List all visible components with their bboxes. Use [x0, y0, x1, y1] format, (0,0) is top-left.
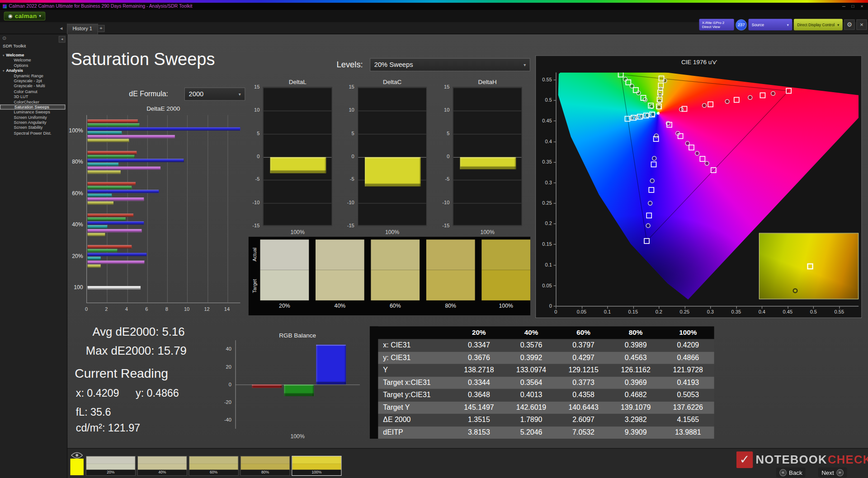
window-title: Calman 2022 Calman Ultimate for Business…: [9, 3, 193, 9]
measured-point-cyan: [635, 115, 639, 119]
minimize-icon[interactable]: ─: [840, 3, 848, 10]
source-dropdown[interactable]: Source ▾: [749, 19, 793, 31]
measured-point-blue: [654, 134, 658, 138]
x-tick-label: 10: [181, 306, 192, 312]
cell: 0.4297: [557, 351, 610, 364]
sidebar-item-saturation-sweeps[interactable]: Saturation Sweeps: [0, 104, 65, 109]
sidebar-item-color-gamut[interactable]: Color Gamut: [0, 89, 67, 94]
tree-group-welcome[interactable]: ▾Welcome: [0, 52, 67, 57]
x-tick-label: 4: [121, 306, 132, 312]
close-icon[interactable]: ×: [858, 3, 866, 10]
deltae-bar-blue: [87, 127, 240, 130]
deltae-bar-blue: [87, 253, 146, 256]
chevron-down-icon: ▾: [524, 62, 526, 67]
workflow-tree: ▾WelcomeWelcomeOptions▾AnalysisDynamic R…: [0, 52, 67, 136]
target-point-red: [760, 93, 765, 98]
sidebar-item-dynamic-range[interactable]: Dynamic Range: [0, 73, 67, 78]
deltae-bar-yellow: [87, 170, 120, 173]
chevron-down-icon: ▾: [39, 14, 41, 19]
sidebar-item-screen-uniformity[interactable]: Screen Uniformity: [0, 115, 67, 120]
bottom-strip: 20%40%60%80%100% ✓ NOTEBOOK CHECK « Back…: [67, 448, 868, 478]
direct-display-control-dropdown[interactable]: Direct Display Control ▾: [794, 19, 843, 31]
chart-title: RGB Balance: [235, 332, 360, 339]
current-reading-y: y: 0.4866: [136, 387, 179, 399]
x-tick-label: 0.2: [651, 309, 667, 314]
rgb-plot-area: [235, 340, 360, 429]
levels-dropdown[interactable]: 20% Sweeps ▾: [370, 58, 530, 71]
x-tick-label: 2: [101, 306, 112, 312]
thumbnail-20[interactable]: 20%: [86, 456, 136, 476]
y-tick-label: 0.4: [536, 139, 552, 144]
source-label: Source: [752, 23, 764, 27]
x-tick-mark: [556, 306, 556, 309]
x-category-label: 100%: [263, 229, 332, 235]
x-tick-label: 0.45: [779, 309, 796, 314]
meter-button[interactable]: X-Rite i1Pro 2 Direct View: [699, 19, 734, 31]
maximize-icon[interactable]: □: [849, 3, 857, 10]
sidebar-item-spectral-power-dist[interactable]: Spectral Power Dist.: [0, 131, 67, 136]
rgb-bar-red: [252, 384, 282, 388]
sidebar-item-3d-lut[interactable]: 3D LUT: [0, 94, 67, 99]
settings-gear-icon[interactable]: ⚙: [844, 19, 854, 30]
thumbnail-80[interactable]: 80%: [240, 456, 290, 476]
deltae-bar-yellow: [87, 202, 113, 205]
add-tab-button[interactable]: +: [98, 25, 105, 32]
x-tick-label: 0.1: [599, 309, 616, 314]
sidebar-item-screen-stability[interactable]: Screen Stability: [0, 125, 67, 130]
eye-icon[interactable]: [71, 451, 83, 458]
tab-scroll-left-icon[interactable]: ◄: [57, 25, 65, 32]
inset-target-square: [807, 263, 813, 269]
cell: 138.2718: [453, 364, 505, 377]
cell: 4.1565: [662, 414, 714, 426]
sidebar-item-screen-angularity[interactable]: Screen Angularity: [0, 120, 67, 125]
cell: 0.5053: [662, 389, 714, 402]
delta-bar: [270, 157, 326, 173]
group-label: 60%: [67, 190, 83, 196]
swatch-row-label: Target: [252, 271, 259, 302]
deltae-plot-area: [86, 115, 240, 303]
row-label: Y: [370, 364, 453, 377]
zoom-inset: [759, 233, 859, 300]
window-controls: ─ □ ×: [840, 3, 866, 10]
sidebar-item-grayscale-multi[interactable]: Grayscale - Multi: [0, 84, 67, 89]
y-tick-label: 0: [437, 154, 449, 159]
sidebar-item-colorchecker[interactable]: ColorChecker: [0, 99, 67, 104]
measured-point-magenta: [695, 151, 699, 155]
gridline: [453, 203, 522, 203]
thumbnail-60[interactable]: 60%: [189, 456, 239, 476]
y-tick-label: 5: [437, 131, 449, 136]
gridline: [358, 134, 426, 134]
cell: 129.1215: [557, 364, 610, 377]
workflow-close-icon[interactable]: ×: [856, 19, 867, 30]
y-axis-line: [235, 340, 236, 429]
patch-thumbnails: 20%40%60%80%100%: [86, 456, 342, 476]
cie-title: CIE 1976 u'v': [536, 59, 862, 66]
toolbar-right-cluster: X-Rite i1Pro 2 Direct View 237 Source ▾ …: [699, 19, 867, 31]
column-header: 80%: [609, 326, 662, 339]
delta-plot-area: [453, 87, 522, 225]
de-formula-dropdown[interactable]: 2000 ▾: [184, 87, 245, 100]
sidebar-item-options[interactable]: Options: [0, 63, 67, 68]
y-tick-label: 40: [220, 347, 231, 352]
table-row-deitp: dEITP3.81535.20467.05329.390913.9881: [370, 426, 714, 439]
meter-name: X-Rite i1Pro 2: [702, 20, 732, 25]
sidebar-item-luminance-sweeps[interactable]: Luminance Sweeps: [0, 110, 67, 115]
cell: 0.3676: [453, 351, 505, 364]
thumbnail-100[interactable]: 100%: [292, 456, 341, 476]
back-button[interactable]: « Back: [776, 468, 806, 478]
tab-history-1[interactable]: History 1: [67, 24, 98, 34]
page-title: Saturation Sweeps: [71, 50, 215, 70]
x-tick-label: 0.55: [831, 309, 848, 314]
cell: 0.4866: [662, 351, 714, 364]
sidebar-item-grayscale-2pt[interactable]: Grayscale - 2pt: [0, 79, 67, 84]
y-tick-label: 5: [247, 131, 259, 136]
tree-group-analysis[interactable]: ▾Analysis: [0, 68, 67, 73]
sidebar-item-welcome[interactable]: Welcome: [0, 58, 67, 63]
calman-menu-button[interactable]: ◉ calman ▾: [4, 12, 46, 21]
next-button[interactable]: Next »: [818, 468, 847, 478]
measured-point-blue: [652, 156, 656, 160]
deltal-chart: DeltaL151050-5-10-15100%: [247, 79, 336, 239]
thumbnail-40[interactable]: 40%: [137, 456, 187, 476]
collapse-sidebar-icon[interactable]: ◄: [59, 36, 66, 43]
column-header: 40%: [505, 326, 557, 339]
